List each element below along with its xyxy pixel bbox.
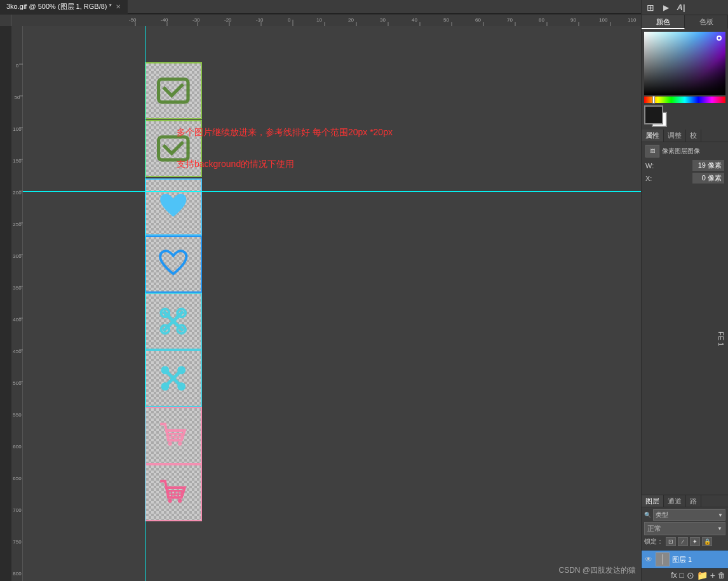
ruler-corner	[0, 15, 11, 26]
image-type-row: 🖼 像素图层图像	[645, 145, 724, 157]
guide-vertical	[145, 26, 145, 581]
tab-close-icon[interactable]: ✕	[116, 3, 121, 10]
svg-text:450: 450	[13, 349, 22, 354]
layer-add-btn[interactable]: +	[710, 570, 715, 580]
sprite-tile-1	[145, 62, 202, 119]
image-type-label: 像素图层图像	[662, 147, 700, 156]
layer-fx-btn[interactable]: fx	[671, 571, 677, 580]
canvas-area: 0 50 100 150 200 250 300 350 400 450 500…	[11, 26, 728, 581]
svg-text:100: 100	[599, 17, 608, 23]
type-filter-row: 🔍 类型 ▼	[644, 509, 725, 521]
tab-label: 3ko.gif @ 500% (图层 1, RGB/8) *	[6, 2, 112, 11]
color-tabs: 颜色 色板	[642, 15, 728, 29]
svg-point-84	[178, 442, 182, 446]
foreground-color[interactable]	[644, 105, 663, 124]
lock-all-btn[interactable]: 🔒	[702, 537, 712, 546]
layer-visibility-icon[interactable]: 👁	[644, 555, 653, 564]
width-row: W: 19 像素	[645, 160, 724, 171]
svg-point-90	[168, 499, 172, 503]
sprite-tile-7	[145, 407, 202, 464]
layers-icon-btn[interactable]: ⊞	[644, 2, 657, 13]
svg-point-83	[168, 442, 172, 446]
layer-delete-btn[interactable]: 🗑	[718, 571, 725, 580]
horizontal-ruler: -50 -40 -30 -20 -10 0 10 20 30 40 50 60 …	[11, 15, 641, 26]
layer-item-1[interactable]: 👁 图层 1	[642, 551, 728, 568]
layer-thumbnail	[656, 552, 670, 566]
tab-color[interactable]: 颜色	[642, 15, 685, 29]
width-label: W:	[645, 162, 654, 170]
svg-text:0: 0	[16, 63, 19, 69]
tab-swatches[interactable]: 色板	[685, 15, 728, 29]
tab-bar: 3ko.gif @ 500% (图层 1, RGB/8) * ✕	[0, 0, 728, 14]
sprite-tile-6	[145, 350, 202, 407]
search-icon: 🔍	[644, 512, 651, 518]
lock-transparency-btn[interactable]: ⊡	[666, 537, 676, 546]
svg-text:-40: -40	[161, 17, 168, 23]
svg-text:30: 30	[380, 17, 386, 23]
lock-position-btn[interactable]: ✦	[690, 537, 700, 546]
right-panel: ⊞ ▶ A| 颜色 色板 属性 调整 校	[641, 0, 728, 581]
svg-text:750: 750	[13, 539, 22, 545]
x-label: X:	[645, 175, 652, 182]
fe1-label: FE 1	[717, 331, 725, 346]
svg-text:0: 0	[288, 17, 291, 23]
properties-tabs: 属性 调整 校	[642, 130, 728, 142]
svg-text:50: 50	[15, 95, 20, 100]
tab-channels[interactable]: 通道	[664, 495, 686, 507]
svg-text:600: 600	[13, 444, 22, 450]
tab-calibrate[interactable]: 校	[686, 130, 701, 142]
color-picker-area[interactable]	[644, 32, 725, 95]
svg-text:80: 80	[539, 17, 544, 23]
svg-text:550: 550	[13, 412, 22, 418]
main-tab[interactable]: 3ko.gif @ 500% (图层 1, RGB/8) * ✕	[0, 0, 128, 14]
x-value: 0 像素	[692, 173, 724, 184]
layer-bottom-toolbar: fx □ ⊙ 📁 + 🗑	[642, 568, 728, 581]
tab-layers[interactable]: 图层	[642, 495, 664, 507]
svg-text:100: 100	[13, 126, 22, 132]
tab-properties[interactable]: 属性	[642, 130, 664, 142]
color-cursor	[717, 36, 722, 41]
vertical-ruler: 0 50 100 150 200 250 300 350 400 450 500…	[11, 26, 23, 581]
layer-name: 图层 1	[672, 555, 725, 564]
layer-adjustment-btn[interactable]: ⊙	[687, 570, 694, 580]
guide-horizontal	[11, 191, 728, 192]
svg-text:-50: -50	[129, 17, 137, 23]
tab-paths[interactable]: 路	[686, 495, 701, 507]
tab-adjustments[interactable]: 调整	[664, 130, 686, 142]
layer-panel: 图层 通道 路 🔍 类型 ▼ 正常 ▼	[642, 495, 728, 581]
svg-point-75	[177, 366, 185, 375]
svg-text:10: 10	[316, 17, 322, 23]
color-spectrum[interactable]	[644, 97, 725, 103]
play-icon-btn[interactable]: ▶	[659, 2, 672, 13]
width-value: 19 像素	[692, 160, 724, 171]
svg-point-91	[178, 499, 182, 503]
svg-text:-30: -30	[192, 17, 200, 23]
x-row: X: 0 像素	[645, 173, 724, 184]
type-filter-select[interactable]: 类型 ▼	[653, 509, 725, 521]
watermark: CSDN @四肢发达的猿	[558, 565, 636, 576]
layer-mask-btn[interactable]: □	[680, 571, 684, 580]
spacer	[642, 188, 728, 201]
svg-text:-20: -20	[224, 17, 232, 23]
svg-text:110: 110	[628, 17, 637, 23]
layer-folder-btn[interactable]: 📁	[697, 570, 708, 580]
image-type-icon: 🖼	[645, 145, 659, 157]
layer-tabs: 图层 通道 路	[642, 495, 728, 507]
blend-mode-select[interactable]: 正常 ▼	[644, 522, 725, 535]
annotation-line2: 支持background的情况下使用	[177, 156, 294, 172]
svg-text:350: 350	[13, 285, 22, 291]
svg-text:300: 300	[13, 253, 22, 259]
sprite-tile-5	[145, 293, 202, 350]
layer-thumbnail-wrapper	[656, 552, 670, 566]
svg-point-76	[161, 382, 170, 391]
svg-text:70: 70	[507, 17, 513, 23]
lock-pixels-btn[interactable]: ∕	[678, 537, 688, 546]
svg-text:650: 650	[13, 476, 22, 481]
lock-icons: ⊡ ∕ ✦ 🔒	[666, 537, 712, 546]
svg-text:500: 500	[13, 380, 22, 386]
svg-text:40: 40	[412, 17, 417, 23]
text-icon-btn[interactable]: A|	[675, 2, 687, 13]
svg-text:60: 60	[475, 17, 481, 23]
svg-rect-64	[159, 79, 188, 102]
svg-point-74	[161, 366, 170, 375]
